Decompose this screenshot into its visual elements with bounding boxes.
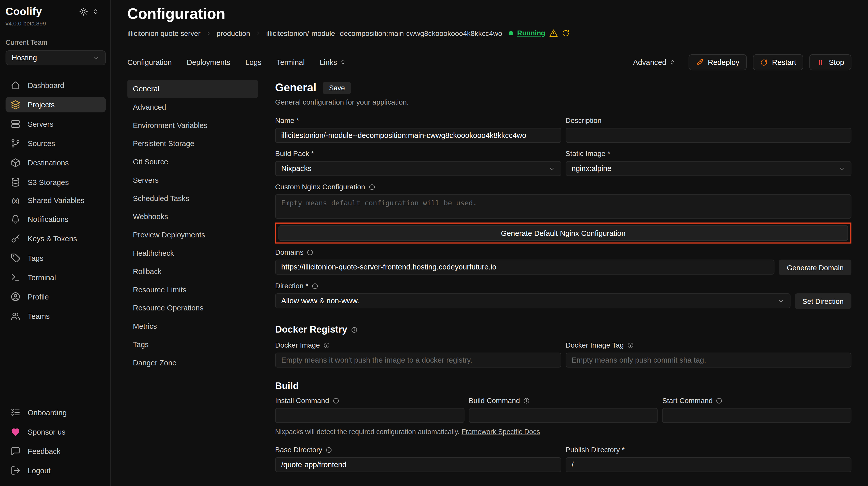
generate-domain-button[interactable]: Generate Domain — [779, 260, 851, 275]
set-direction-button[interactable]: Set Direction — [795, 293, 851, 309]
redeploy-button[interactable]: Redeploy — [688, 54, 747, 70]
subnav-preview-deployments[interactable]: Preview Deployments — [127, 226, 258, 244]
sidebar-item-onboarding[interactable]: Onboarding — [6, 404, 106, 420]
warning-icon[interactable] — [549, 29, 558, 38]
docker-image-input[interactable] — [275, 353, 561, 368]
database-icon — [10, 177, 20, 187]
subnav-advanced[interactable]: Advanced — [127, 98, 258, 116]
rocket-icon — [696, 59, 703, 66]
tab-logs[interactable]: Logs — [245, 58, 262, 67]
tab-deployments[interactable]: Deployments — [187, 58, 230, 67]
nixpacks-note: Nixpacks will detect the required config… — [275, 428, 851, 435]
advanced-dropdown[interactable]: Advanced — [633, 58, 675, 67]
subnav-environment-variables[interactable]: Environment Variables — [127, 116, 258, 135]
sidebar-item-tags[interactable]: Tags — [6, 250, 106, 266]
info-icon[interactable] — [326, 447, 332, 453]
breadcrumb-application[interactable]: illicitestonion/-module--decomposition:m… — [266, 29, 502, 37]
chevron-down-icon — [839, 165, 845, 172]
status-dot-icon — [509, 31, 513, 35]
publish-directory-label: Publish Directory * — [565, 446, 851, 454]
stop-button[interactable]: Stop — [809, 54, 851, 70]
install-command-input[interactable] — [275, 408, 464, 423]
section-subtitle: General configuration for your applicati… — [275, 98, 851, 106]
sidebar-item-shared-variables[interactable]: (x) Shared Variables — [6, 194, 106, 207]
info-icon[interactable] — [312, 283, 318, 289]
sidebar-item-servers[interactable]: Servers — [6, 116, 106, 132]
subnav-webhooks[interactable]: Webhooks — [127, 207, 258, 226]
highlight-box: Generate Default Nginx Configuration — [275, 223, 851, 244]
framework-docs-link[interactable]: Framework Specific Docs — [462, 428, 540, 435]
custom-nginx-textarea[interactable] — [275, 194, 851, 219]
chevron-updown-icon — [669, 59, 675, 65]
sidebar-item-profile[interactable]: Profile — [6, 289, 106, 304]
team-select[interactable]: Hosting — [6, 51, 106, 65]
sidebar: Coolify v4.0.0-beta.399 Current Team Hos… — [0, 0, 111, 486]
info-icon[interactable] — [716, 397, 723, 404]
breadcrumb-environment[interactable]: production — [217, 29, 250, 37]
instance-switcher-icon[interactable] — [92, 8, 99, 15]
info-icon[interactable] — [368, 184, 375, 190]
subnav-persistent-storage[interactable]: Persistent Storage — [127, 135, 258, 153]
tab-configuration[interactable]: Configuration — [127, 58, 172, 67]
subnav-general[interactable]: General — [127, 79, 258, 98]
info-icon[interactable] — [307, 249, 313, 256]
sidebar-item-projects[interactable]: Projects — [6, 97, 106, 112]
chevron-right-icon — [206, 30, 212, 36]
build-pack-select[interactable]: Nixpacks — [275, 161, 561, 176]
main-content: Configuration illicitonion quote server … — [111, 0, 868, 486]
git-branch-icon — [10, 138, 20, 148]
sidebar-item-notifications[interactable]: Notifications — [6, 212, 106, 227]
tab-terminal[interactable]: Terminal — [276, 58, 305, 67]
subnav-scheduled-tasks[interactable]: Scheduled Tasks — [127, 189, 258, 207]
save-button[interactable]: Save — [323, 82, 351, 94]
sidebar-item-sources[interactable]: Sources — [6, 136, 106, 151]
subnav-danger-zone[interactable]: Danger Zone — [127, 354, 258, 372]
chat-icon — [10, 446, 20, 456]
direction-label: Direction * — [275, 282, 851, 290]
breadcrumb-project[interactable]: illicitonion quote server — [127, 29, 200, 37]
info-icon[interactable] — [523, 397, 530, 404]
build-command-input[interactable] — [469, 408, 658, 423]
docker-image-tag-input[interactable] — [565, 353, 851, 368]
sidebar-item-keys-tokens[interactable]: Keys & Tokens — [6, 231, 106, 246]
subnav-servers[interactable]: Servers — [127, 171, 258, 189]
subnav-resource-limits[interactable]: Resource Limits — [127, 281, 258, 299]
tab-links[interactable]: Links — [320, 58, 346, 67]
config-subnav: General Advanced Environment Variables P… — [127, 79, 258, 486]
description-input[interactable] — [565, 128, 851, 143]
base-directory-input[interactable] — [275, 457, 561, 472]
sidebar-item-logout[interactable]: Logout — [6, 463, 106, 478]
install-command-label: Install Command — [275, 396, 464, 405]
sidebar-item-destinations[interactable]: Destinations — [6, 155, 106, 170]
sidebar-item-s3-storages[interactable]: S3 Storages — [6, 174, 106, 190]
domains-input[interactable] — [275, 260, 775, 274]
sidebar-item-dashboard[interactable]: Dashboard — [6, 77, 106, 93]
subnav-resource-operations[interactable]: Resource Operations — [127, 299, 258, 317]
sidebar-item-label: Profile — [28, 293, 49, 301]
info-icon[interactable] — [333, 397, 339, 404]
sidebar-item-terminal[interactable]: Terminal — [6, 269, 106, 285]
subnav-rollback[interactable]: Rollback — [127, 262, 258, 281]
sidebar-item-sponsor[interactable]: Sponsor us — [6, 424, 106, 440]
theme-toggle-icon[interactable] — [79, 7, 88, 16]
name-input[interactable] — [275, 128, 561, 143]
direction-select[interactable]: Allow www & non-www. — [275, 293, 790, 309]
start-command-input[interactable] — [662, 408, 851, 423]
info-icon[interactable] — [627, 342, 633, 348]
restart-button[interactable]: Restart — [753, 54, 803, 70]
info-icon[interactable] — [351, 327, 358, 333]
info-icon[interactable] — [323, 342, 330, 348]
publish-directory-input[interactable] — [565, 457, 851, 472]
sidebar-item-teams[interactable]: Teams — [6, 309, 106, 324]
subnav-healthcheck[interactable]: Healthcheck — [127, 244, 258, 262]
static-image-select[interactable]: nginx:alpine — [565, 161, 851, 176]
subnav-git-source[interactable]: Git Source — [127, 153, 258, 171]
refresh-status-icon[interactable] — [562, 29, 569, 37]
sidebar-item-feedback[interactable]: Feedback — [6, 443, 106, 459]
subnav-metrics[interactable]: Metrics — [127, 317, 258, 336]
domains-label: Domains — [275, 248, 851, 257]
sidebar-item-label: Sources — [28, 139, 55, 148]
status-badge[interactable]: Running — [517, 29, 545, 37]
generate-nginx-config-button[interactable]: Generate Default Nginx Configuration — [278, 225, 848, 241]
subnav-tags[interactable]: Tags — [127, 335, 258, 354]
